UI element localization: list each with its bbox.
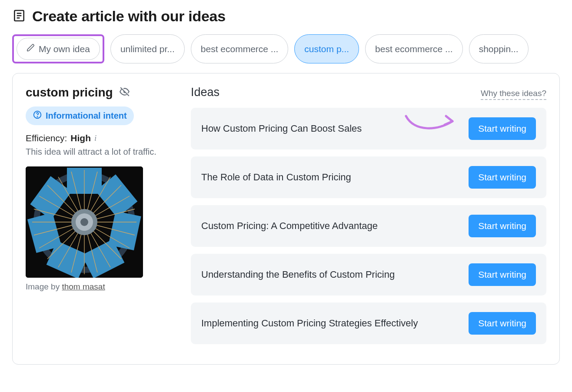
image-credit-link[interactable]: thom masat	[62, 282, 105, 291]
info-icon[interactable]: i	[94, 133, 96, 143]
document-icon	[12, 9, 26, 24]
svg-point-5	[37, 116, 37, 117]
chip-idea[interactable]: unlimited pr...	[110, 34, 185, 63]
chip-my-own-idea[interactable]: My own idea	[17, 38, 100, 60]
visibility-off-icon[interactable]	[119, 86, 130, 99]
chip-idea[interactable]: best ecommerce ...	[191, 34, 289, 63]
chip-label: best ecommerce ...	[375, 44, 453, 54]
chip-highlight-box: My own idea	[12, 34, 104, 63]
idea-title: Understanding the Benefits of Custom Pri…	[201, 268, 458, 281]
intent-badge: Informational intent	[26, 106, 134, 125]
idea-card: The Role of Data in Custom Pricing Start…	[191, 156, 546, 198]
efficiency-row: Efficiency: High i	[26, 133, 178, 143]
start-writing-button[interactable]: Start writing	[469, 263, 536, 286]
question-circle-icon	[33, 110, 42, 122]
efficiency-value: High	[70, 133, 91, 143]
idea-title: Implementing Custom Pricing Strategies E…	[201, 317, 458, 330]
chip-label: unlimited pr...	[120, 44, 175, 54]
idea-title: The Role of Data in Custom Pricing	[201, 171, 458, 184]
ideas-column: Ideas Why these ideas? How Custom Pricin…	[191, 86, 546, 351]
pencil-icon	[27, 43, 35, 54]
page-title: Create article with our ideas	[32, 8, 226, 25]
start-writing-button[interactable]: Start writing	[469, 166, 536, 189]
intent-label: Informational intent	[46, 111, 127, 121]
chip-label: custom p...	[304, 44, 349, 54]
image-credit: Image by thom masat	[26, 282, 178, 292]
idea-title: How Custom Pricing Can Boost Sales	[201, 122, 458, 135]
chip-label: shoppin...	[479, 44, 519, 54]
efficiency-label: Efficiency:	[26, 133, 67, 143]
topic-title: custom pricing	[26, 86, 113, 100]
ideas-heading: Ideas	[191, 86, 219, 99]
chip-label: best ecommerce ...	[201, 44, 279, 54]
topic-image	[26, 166, 143, 278]
idea-card: Implementing Custom Pricing Strategies E…	[191, 302, 546, 344]
topic-sidebar: custom pricing Informational intent	[26, 86, 178, 351]
idea-title: Custom Pricing: A Competitive Advantage	[201, 219, 458, 233]
efficiency-desc: This idea will attract a lot of traffic.	[26, 147, 178, 157]
svg-point-41	[80, 218, 88, 226]
chip-idea[interactable]: best ecommerce ...	[365, 34, 463, 63]
chip-label: My own idea	[39, 44, 90, 54]
start-writing-button[interactable]: Start writing	[469, 215, 536, 237]
page-header: Create article with our ideas	[12, 8, 560, 25]
idea-card: Understanding the Benefits of Custom Pri…	[191, 254, 546, 296]
start-writing-button[interactable]: Start writing	[469, 117, 536, 140]
chip-idea-active[interactable]: custom p...	[294, 34, 359, 63]
why-these-ideas-link[interactable]: Why these ideas?	[481, 89, 546, 100]
ideas-panel: custom pricing Informational intent	[12, 73, 560, 365]
start-writing-button[interactable]: Start writing	[469, 312, 536, 335]
idea-card: How Custom Pricing Can Boost Sales Start…	[191, 108, 546, 149]
idea-card: Custom Pricing: A Competitive Advantage …	[191, 205, 546, 247]
chip-idea[interactable]: shoppin...	[469, 34, 529, 63]
idea-chips-row: My own idea unlimited pr... best ecommer…	[12, 34, 560, 63]
